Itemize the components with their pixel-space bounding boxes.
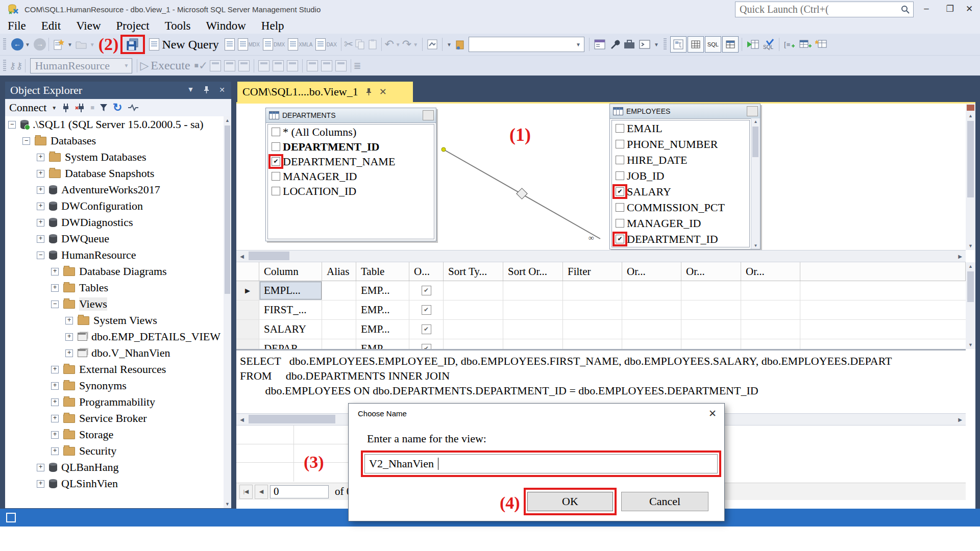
- tree-item-external-resources[interactable]: External Resources: [5, 361, 224, 378]
- grid-header-table[interactable]: Table: [356, 262, 409, 281]
- first-record-button[interactable]: |◀: [239, 485, 253, 499]
- expander-icon[interactable]: [37, 480, 44, 488]
- expander-icon[interactable]: [37, 252, 44, 259]
- tree-item-synonyms[interactable]: Synonyms: [5, 378, 224, 394]
- expander-icon[interactable]: [51, 415, 59, 422]
- cancel-query-icon[interactable]: ■: [194, 62, 199, 70]
- connect-db-icon[interactable]: ⚷: [9, 60, 16, 71]
- menu-window[interactable]: Window: [199, 19, 254, 33]
- column-checkbox[interactable]: [616, 203, 624, 212]
- cancel-button[interactable]: Cancel: [621, 492, 708, 511]
- column-checkbox[interactable]: [272, 187, 280, 195]
- toolbar-grip[interactable]: [3, 38, 6, 51]
- expander-icon[interactable]: [51, 300, 59, 308]
- panel-menu-icon[interactable]: ▼: [187, 86, 194, 95]
- tree-item-system-views[interactable]: System Views: [5, 312, 224, 329]
- grid-header-or3[interactable]: Or...: [741, 262, 800, 281]
- grid-cell-output[interactable]: [409, 320, 444, 339]
- pin-icon[interactable]: [365, 85, 372, 98]
- show-sql-pane-toggle[interactable]: SQL: [705, 36, 721, 53]
- expander-icon[interactable]: [65, 349, 73, 357]
- command-dropdown-icon[interactable]: ▼: [654, 42, 659, 47]
- diagram-pane[interactable]: ∞ DEPARTMENTS * (All Columns) DEPARTMENT…: [236, 104, 966, 250]
- connect-button[interactable]: Connect: [9, 101, 46, 114]
- tree-item-dwconfiguration[interactable]: DWConfiguration: [5, 198, 224, 214]
- grid-header-sort-order[interactable]: Sort Or...: [503, 262, 563, 281]
- expander-icon[interactable]: [65, 333, 73, 341]
- tree-item-dwdiagnostics[interactable]: DWDiagnostics: [5, 214, 224, 231]
- expander-icon[interactable]: [51, 431, 59, 439]
- row-selector[interactable]: [236, 339, 259, 349]
- client-statistics-icon[interactable]: [287, 60, 298, 71]
- open-file-icon[interactable]: [76, 40, 87, 49]
- disconnect-plug-icon[interactable]: [75, 103, 85, 113]
- save-all-icon[interactable]: [126, 38, 139, 51]
- activity-monitor-icon[interactable]: [128, 104, 139, 111]
- activity-monitor-icon[interactable]: [455, 39, 465, 50]
- expander-icon[interactable]: [51, 398, 59, 406]
- dax-query-icon[interactable]: DAX: [315, 38, 337, 51]
- row-selector[interactable]: [236, 320, 259, 339]
- grid-cell-output[interactable]: [409, 339, 444, 349]
- output-checkbox-checked[interactable]: [422, 305, 431, 315]
- tree-item-dwqueue[interactable]: DWQueue: [5, 231, 224, 247]
- tree-item-v-nhanvien[interactable]: dbo.V_NhanVien: [5, 345, 224, 361]
- expander-icon[interactable]: [51, 382, 59, 390]
- minimize-button[interactable]: –: [917, 0, 936, 17]
- grid-header-output[interactable]: O...: [409, 262, 444, 281]
- grid-header-filter[interactable]: Filter: [563, 262, 622, 281]
- tree-item-system-databases[interactable]: System Databases: [5, 149, 224, 165]
- dialog-close-icon[interactable]: ✕: [701, 408, 724, 419]
- grid-cell-alias[interactable]: [322, 300, 356, 319]
- redo-icon[interactable]: ↷: [402, 38, 411, 51]
- parse-icon[interactable]: ✓: [199, 59, 208, 72]
- filter-icon[interactable]: [100, 104, 108, 112]
- panel-control-button[interactable]: [747, 106, 758, 116]
- tree-item-adventureworks2017[interactable]: AdventureWorks2017: [5, 182, 224, 198]
- tree-item-database-diagrams[interactable]: Database Diagrams: [5, 263, 224, 280]
- grid-header-or1[interactable]: Or...: [622, 262, 681, 281]
- command-window-icon[interactable]: [639, 39, 651, 49]
- column-checkbox[interactable]: [272, 142, 280, 151]
- show-diagram-pane-toggle[interactable]: [670, 36, 687, 53]
- comment-icon[interactable]: ≣: [354, 60, 361, 71]
- undo-dropdown-icon[interactable]: ▼: [396, 42, 401, 47]
- toolbox-icon[interactable]: [623, 39, 635, 49]
- document-tab[interactable]: COM\SQL1....bo.View_1 ✕: [237, 82, 413, 102]
- intellisense-icon[interactable]: [238, 60, 250, 71]
- column-checkbox-checked[interactable]: [616, 187, 624, 196]
- menu-file[interactable]: File: [0, 19, 34, 33]
- previous-record-button[interactable]: ◀: [255, 485, 268, 499]
- grid-header-alias[interactable]: Alias: [322, 262, 356, 281]
- tree-item-humanresource[interactable]: HumanResource: [5, 247, 224, 263]
- results-to-file-icon[interactable]: [335, 60, 347, 71]
- column-row[interactable]: SALARY: [612, 184, 749, 199]
- expander-icon[interactable]: [51, 447, 59, 455]
- toolbar-grip[interactable]: [3, 60, 6, 72]
- expander-icon[interactable]: [37, 154, 44, 161]
- column-checkbox[interactable]: [616, 156, 624, 164]
- results-to-grid-icon[interactable]: [321, 60, 332, 71]
- debug-icon[interactable]: [258, 60, 270, 71]
- column-checkbox-checked[interactable]: [272, 157, 280, 166]
- tree-item-tables[interactable]: Tables: [5, 280, 224, 296]
- expander-icon[interactable]: [51, 268, 59, 276]
- open-file-dropdown-icon[interactable]: ▼: [90, 42, 95, 47]
- record-position-box[interactable]: 0: [270, 485, 329, 498]
- show-results-pane-toggle[interactable]: [722, 36, 739, 53]
- expander-icon[interactable]: [37, 170, 44, 178]
- add-group-by-icon[interactable]: [≡: [783, 39, 796, 50]
- pin-icon[interactable]: [203, 86, 210, 95]
- departments-table-panel[interactable]: DEPARTMENTS * (All Columns) DEPARTMENT_I…: [265, 108, 436, 241]
- tree-item-service-broker[interactable]: Service Broker: [5, 410, 224, 427]
- menu-edit[interactable]: Edit: [34, 19, 68, 33]
- execute-play-icon[interactable]: ▷: [140, 59, 149, 72]
- wrench-icon[interactable]: [609, 39, 620, 50]
- column-row[interactable]: DEPARTMENT_ID: [612, 231, 749, 247]
- expander-icon[interactable]: [8, 121, 16, 129]
- new-query-button[interactable]: New Query: [162, 38, 218, 52]
- new-project-icon[interactable]: [53, 38, 64, 51]
- departments-panel-header[interactable]: DEPARTMENTS: [266, 108, 436, 123]
- tree-item-qlsinhvien[interactable]: QLSinhVien: [5, 475, 224, 492]
- column-row[interactable]: DEPARTMENT_ID: [268, 139, 434, 154]
